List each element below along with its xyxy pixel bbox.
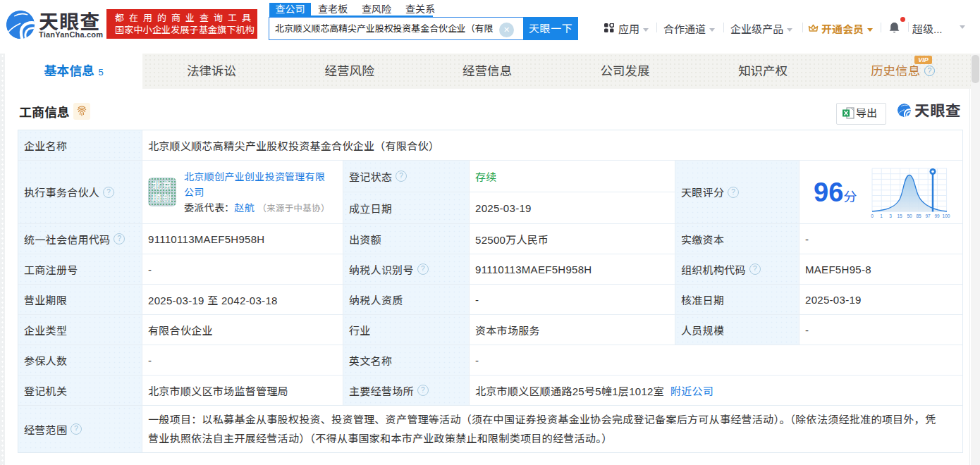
svg-text:0: 0 (871, 213, 874, 218)
svg-text:97: 97 (925, 213, 931, 218)
svg-text:85: 85 (916, 213, 921, 218)
svg-text:3: 3 (889, 213, 892, 218)
svg-text:1: 1 (880, 213, 883, 218)
svg-text:15: 15 (897, 213, 902, 218)
svg-text:50: 50 (907, 213, 912, 218)
svg-text:99: 99 (934, 213, 940, 218)
svg-text:100: 100 (943, 213, 950, 218)
